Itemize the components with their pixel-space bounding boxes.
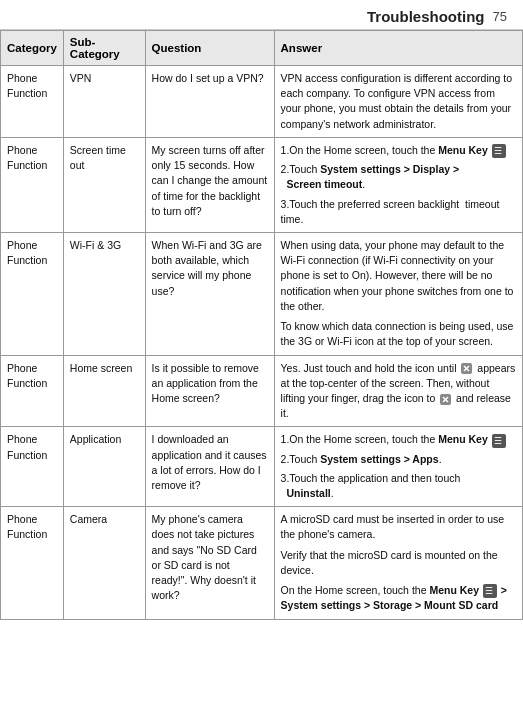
cell-question: How do I set up a VPN? bbox=[145, 66, 274, 138]
home-icon bbox=[439, 393, 452, 406]
cell-category: Phone Function bbox=[1, 507, 64, 619]
table-row: Phone Function VPN How do I set up a VPN… bbox=[1, 66, 523, 138]
menu-key-icon-2 bbox=[492, 434, 506, 448]
cell-question: My screen turns off after only 15 second… bbox=[145, 137, 274, 232]
menu-key-icon-3 bbox=[483, 584, 497, 598]
table-row: Phone Function Application I downloaded … bbox=[1, 427, 523, 507]
cell-answer: 1.On the Home screen, touch the Menu Key… bbox=[274, 137, 522, 232]
cell-question: Is it possible to remove an application … bbox=[145, 355, 274, 427]
cell-question: My phone's camera does not take pictures… bbox=[145, 507, 274, 619]
table-row: Phone Function Home screen Is it possibl… bbox=[1, 355, 523, 427]
cell-question: When Wi-Fi and 3G are both available, wh… bbox=[145, 232, 274, 355]
page-number: 75 bbox=[493, 9, 507, 24]
col-header-question: Question bbox=[145, 31, 274, 66]
table-row: Phone Function Wi-Fi & 3G When Wi-Fi and… bbox=[1, 232, 523, 355]
troubleshooting-table: Category Sub-Category Question Answer Ph… bbox=[0, 30, 523, 620]
page-title: Troubleshooting bbox=[367, 8, 485, 25]
cell-category: Phone Function bbox=[1, 66, 64, 138]
menu-key-icon bbox=[492, 144, 506, 158]
cell-subcategory: Wi-Fi & 3G bbox=[63, 232, 145, 355]
cell-category: Phone Function bbox=[1, 427, 64, 507]
remove-icon bbox=[460, 362, 473, 375]
cell-category: Phone Function bbox=[1, 137, 64, 232]
page-header: Troubleshooting 75 bbox=[0, 0, 523, 30]
cell-subcategory: Home screen bbox=[63, 355, 145, 427]
cell-answer: A microSD card must be inserted in order… bbox=[274, 507, 522, 619]
col-header-answer: Answer bbox=[274, 31, 522, 66]
cell-category: Phone Function bbox=[1, 355, 64, 427]
cell-subcategory: VPN bbox=[63, 66, 145, 138]
cell-answer: 1.On the Home screen, touch the Menu Key… bbox=[274, 427, 522, 507]
table-row: Phone Function Camera My phone's camera … bbox=[1, 507, 523, 619]
cell-answer: Yes. Just touch and hold the icon until … bbox=[274, 355, 522, 427]
table-row: Phone Function Screen time out My screen… bbox=[1, 137, 523, 232]
col-header-subcategory: Sub-Category bbox=[63, 31, 145, 66]
cell-question: I downloaded an application and it cause… bbox=[145, 427, 274, 507]
cell-subcategory: Camera bbox=[63, 507, 145, 619]
cell-subcategory: Application bbox=[63, 427, 145, 507]
col-header-category: Category bbox=[1, 31, 64, 66]
cell-answer: When using data, your phone may default … bbox=[274, 232, 522, 355]
cell-subcategory: Screen time out bbox=[63, 137, 145, 232]
cell-answer: VPN access configuration is different ac… bbox=[274, 66, 522, 138]
cell-category: Phone Function bbox=[1, 232, 64, 355]
